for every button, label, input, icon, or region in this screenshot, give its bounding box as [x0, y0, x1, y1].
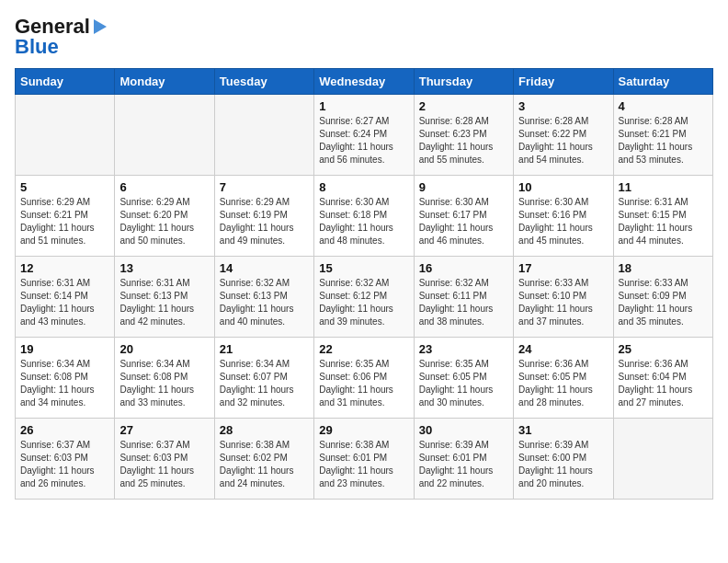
day-info: Sunrise: 6:29 AM Sunset: 6:21 PM Dayligh…	[20, 197, 95, 246]
calendar-table: SundayMondayTuesdayWednesdayThursdayFrid…	[15, 68, 713, 500]
day-info: Sunrise: 6:37 AM Sunset: 6:03 PM Dayligh…	[20, 440, 95, 488]
day-number: 19	[20, 342, 109, 356]
day-info: Sunrise: 6:39 AM Sunset: 6:00 PM Dayligh…	[518, 440, 593, 488]
day-info: Sunrise: 6:38 AM Sunset: 6:02 PM Dayligh…	[220, 440, 294, 488]
day-number: 29	[319, 423, 408, 437]
day-number: 13	[119, 261, 209, 275]
calendar-cell: 21Sunrise: 6:34 AM Sunset: 6:07 PM Dayli…	[214, 338, 313, 419]
day-info: Sunrise: 6:37 AM Sunset: 6:03 PM Dayligh…	[119, 440, 194, 488]
day-info: Sunrise: 6:30 AM Sunset: 6:16 PM Dayligh…	[518, 197, 593, 246]
day-info: Sunrise: 6:28 AM Sunset: 6:21 PM Dayligh…	[619, 116, 693, 165]
calendar-cell: 11Sunrise: 6:31 AM Sunset: 6:15 PM Dayli…	[613, 176, 712, 257]
day-info: Sunrise: 6:36 AM Sunset: 6:04 PM Dayligh…	[619, 359, 693, 408]
day-number: 12	[20, 261, 109, 275]
day-info: Sunrise: 6:30 AM Sunset: 6:17 PM Dayligh…	[419, 197, 494, 246]
logo-arrow-icon	[94, 19, 107, 34]
day-number: 9	[419, 180, 508, 194]
calendar-cell	[115, 95, 214, 176]
day-number: 8	[319, 180, 408, 194]
day-number: 22	[319, 342, 408, 356]
day-info: Sunrise: 6:34 AM Sunset: 6:07 PM Dayligh…	[220, 359, 294, 408]
weekday-header-saturday: Saturday	[613, 69, 712, 95]
weekday-header-thursday: Thursday	[414, 69, 513, 95]
calendar-cell: 1Sunrise: 6:27 AM Sunset: 6:24 PM Daylig…	[314, 95, 414, 176]
calendar-cell: 26Sunrise: 6:37 AM Sunset: 6:03 PM Dayli…	[16, 419, 115, 500]
calendar-cell: 8Sunrise: 6:30 AM Sunset: 6:18 PM Daylig…	[314, 176, 414, 257]
calendar-cell: 30Sunrise: 6:39 AM Sunset: 6:01 PM Dayli…	[414, 419, 513, 500]
calendar-cell: 14Sunrise: 6:32 AM Sunset: 6:13 PM Dayli…	[214, 257, 313, 338]
day-number: 24	[518, 342, 608, 356]
day-number: 14	[220, 261, 309, 275]
weekday-header-monday: Monday	[115, 69, 214, 95]
calendar-cell: 22Sunrise: 6:35 AM Sunset: 6:06 PM Dayli…	[314, 338, 414, 419]
day-number: 23	[419, 342, 508, 356]
calendar-cell: 29Sunrise: 6:38 AM Sunset: 6:01 PM Dayli…	[314, 419, 414, 500]
day-number: 11	[619, 180, 708, 194]
day-info: Sunrise: 6:38 AM Sunset: 6:01 PM Dayligh…	[319, 440, 393, 488]
day-info: Sunrise: 6:34 AM Sunset: 6:08 PM Dayligh…	[119, 359, 194, 408]
calendar-week-2: 5Sunrise: 6:29 AM Sunset: 6:21 PM Daylig…	[16, 176, 713, 257]
day-info: Sunrise: 6:36 AM Sunset: 6:05 PM Dayligh…	[518, 359, 593, 408]
day-number: 25	[619, 342, 708, 356]
day-number: 3	[518, 99, 608, 113]
calendar-cell	[16, 95, 115, 176]
day-info: Sunrise: 6:28 AM Sunset: 6:22 PM Dayligh…	[518, 116, 593, 165]
weekday-header-row: SundayMondayTuesdayWednesdayThursdayFrid…	[16, 69, 713, 95]
page-header: General Blue	[15, 15, 713, 59]
calendar-cell: 6Sunrise: 6:29 AM Sunset: 6:20 PM Daylig…	[115, 176, 214, 257]
calendar-week-1: 1Sunrise: 6:27 AM Sunset: 6:24 PM Daylig…	[16, 95, 713, 176]
calendar-cell: 12Sunrise: 6:31 AM Sunset: 6:14 PM Dayli…	[16, 257, 115, 338]
calendar-cell: 5Sunrise: 6:29 AM Sunset: 6:21 PM Daylig…	[16, 176, 115, 257]
calendar-week-3: 12Sunrise: 6:31 AM Sunset: 6:14 PM Dayli…	[16, 257, 713, 338]
day-number: 2	[419, 99, 508, 113]
calendar-cell: 15Sunrise: 6:32 AM Sunset: 6:12 PM Dayli…	[314, 257, 414, 338]
day-info: Sunrise: 6:31 AM Sunset: 6:15 PM Dayligh…	[619, 197, 693, 246]
day-number: 30	[419, 423, 508, 437]
logo: General Blue	[15, 15, 107, 59]
weekday-header-friday: Friday	[514, 69, 613, 95]
day-number: 31	[518, 423, 608, 437]
day-number: 28	[220, 423, 309, 437]
calendar-cell: 3Sunrise: 6:28 AM Sunset: 6:22 PM Daylig…	[514, 95, 613, 176]
day-info: Sunrise: 6:32 AM Sunset: 6:13 PM Dayligh…	[220, 278, 294, 327]
day-info: Sunrise: 6:33 AM Sunset: 6:09 PM Dayligh…	[619, 278, 693, 327]
calendar-cell: 10Sunrise: 6:30 AM Sunset: 6:16 PM Dayli…	[514, 176, 613, 257]
day-number: 5	[20, 180, 109, 194]
day-info: Sunrise: 6:34 AM Sunset: 6:08 PM Dayligh…	[20, 359, 95, 408]
day-info: Sunrise: 6:27 AM Sunset: 6:24 PM Dayligh…	[319, 116, 393, 165]
calendar-cell: 7Sunrise: 6:29 AM Sunset: 6:19 PM Daylig…	[214, 176, 313, 257]
calendar-cell: 24Sunrise: 6:36 AM Sunset: 6:05 PM Dayli…	[514, 338, 613, 419]
weekday-header-sunday: Sunday	[16, 69, 115, 95]
day-number: 18	[619, 261, 708, 275]
day-info: Sunrise: 6:29 AM Sunset: 6:20 PM Dayligh…	[119, 197, 194, 246]
calendar-cell: 2Sunrise: 6:28 AM Sunset: 6:23 PM Daylig…	[414, 95, 513, 176]
calendar-cell: 4Sunrise: 6:28 AM Sunset: 6:21 PM Daylig…	[613, 95, 712, 176]
calendar-cell: 19Sunrise: 6:34 AM Sunset: 6:08 PM Dayli…	[16, 338, 115, 419]
calendar-cell: 20Sunrise: 6:34 AM Sunset: 6:08 PM Dayli…	[115, 338, 214, 419]
day-info: Sunrise: 6:32 AM Sunset: 6:11 PM Dayligh…	[419, 278, 494, 327]
day-number: 26	[20, 423, 109, 437]
calendar-cell: 23Sunrise: 6:35 AM Sunset: 6:05 PM Dayli…	[414, 338, 513, 419]
calendar-week-5: 26Sunrise: 6:37 AM Sunset: 6:03 PM Dayli…	[16, 419, 713, 500]
day-number: 15	[319, 261, 408, 275]
calendar-cell: 13Sunrise: 6:31 AM Sunset: 6:13 PM Dayli…	[115, 257, 214, 338]
calendar-cell	[613, 419, 712, 500]
day-number: 20	[119, 342, 209, 356]
day-info: Sunrise: 6:31 AM Sunset: 6:13 PM Dayligh…	[119, 278, 194, 327]
day-number: 16	[419, 261, 508, 275]
day-number: 10	[518, 180, 608, 194]
day-info: Sunrise: 6:32 AM Sunset: 6:12 PM Dayligh…	[319, 278, 393, 327]
day-number: 17	[518, 261, 608, 275]
day-info: Sunrise: 6:30 AM Sunset: 6:18 PM Dayligh…	[319, 197, 393, 246]
calendar-body: 1Sunrise: 6:27 AM Sunset: 6:24 PM Daylig…	[16, 95, 713, 500]
calendar-week-4: 19Sunrise: 6:34 AM Sunset: 6:08 PM Dayli…	[16, 338, 713, 419]
day-info: Sunrise: 6:31 AM Sunset: 6:14 PM Dayligh…	[20, 278, 95, 327]
calendar-cell: 28Sunrise: 6:38 AM Sunset: 6:02 PM Dayli…	[214, 419, 313, 500]
day-info: Sunrise: 6:29 AM Sunset: 6:19 PM Dayligh…	[220, 197, 294, 246]
day-info: Sunrise: 6:35 AM Sunset: 6:06 PM Dayligh…	[319, 359, 393, 408]
calendar-cell: 25Sunrise: 6:36 AM Sunset: 6:04 PM Dayli…	[613, 338, 712, 419]
calendar-cell: 27Sunrise: 6:37 AM Sunset: 6:03 PM Dayli…	[115, 419, 214, 500]
day-info: Sunrise: 6:28 AM Sunset: 6:23 PM Dayligh…	[419, 116, 494, 165]
day-number: 21	[220, 342, 309, 356]
calendar-cell: 31Sunrise: 6:39 AM Sunset: 6:00 PM Dayli…	[514, 419, 613, 500]
